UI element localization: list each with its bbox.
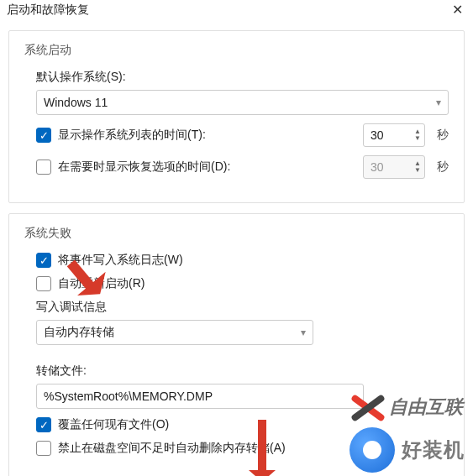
system-startup-heading: 系统启动 [24,43,449,58]
dump-file-input[interactable]: %SystemRoot%\MEMORY.DMP [36,384,364,409]
overwrite-checkbox[interactable] [36,417,51,432]
debug-info-label: 写入调试信息 [36,300,449,315]
system-failure-panel: 系统失败 将事件写入系统日志(W) 自动重新启动(R) 写入调试信息 自动内存转… [8,213,465,476]
dump-file-value: %SystemRoot%\MEMORY.DMP [44,390,213,403]
close-icon[interactable]: ✕ [449,2,466,18]
default-os-value: Windows 11 [44,96,108,109]
annotation-arrow-icon [258,420,266,473]
no-delete-checkbox[interactable] [36,441,51,456]
chevron-down-icon: ▾ [301,327,306,338]
show-recovery-checkbox[interactable] [36,160,51,175]
show-os-list-label: 显示操作系统列表的时间(T): [58,128,356,143]
no-delete-label: 禁止在磁盘空间不足时自动删除内存转储(A) [58,441,449,456]
default-os-select[interactable]: Windows 11 ▾ [36,90,449,115]
write-event-checkbox[interactable] [36,253,51,268]
system-startup-panel: 系统启动 默认操作系统(S): Windows 11 ▾ 显示操作系统列表的时间… [8,30,465,203]
show-recovery-label: 在需要时显示恢复选项的时间(D): [58,160,356,175]
chevron-down-icon: ▾ [436,97,441,108]
annotation-arrow-icon [249,470,276,476]
dump-file-label: 转储文件: [36,364,449,379]
spinner-arrows-icon[interactable]: ▲▼ [414,128,424,142]
seconds-unit: 秒 [437,128,449,143]
window-title: 启动和故障恢复 [7,3,89,18]
debug-info-value: 自动内存转储 [44,325,114,340]
system-failure-heading: 系统失败 [24,226,449,241]
write-event-label: 将事件写入系统日志(W) [58,253,449,268]
default-os-label: 默认操作系统(S): [36,70,449,85]
show-os-list-seconds-value: 30 [364,128,414,142]
debug-info-select[interactable]: 自动内存转储 ▾ [36,320,313,345]
seconds-unit: 秒 [437,160,449,175]
auto-restart-label: 自动重新启动(R) [58,276,449,291]
show-os-list-checkbox[interactable] [36,128,51,143]
show-recovery-seconds-value: 30 [364,160,414,174]
show-os-list-seconds[interactable]: 30 ▲▼ [363,123,425,147]
show-recovery-seconds: 30 ▲▼ [363,155,425,179]
auto-restart-checkbox[interactable] [36,276,51,291]
spinner-arrows-icon: ▲▼ [414,160,424,174]
overwrite-label: 覆盖任何现有文件(O) [58,417,449,432]
